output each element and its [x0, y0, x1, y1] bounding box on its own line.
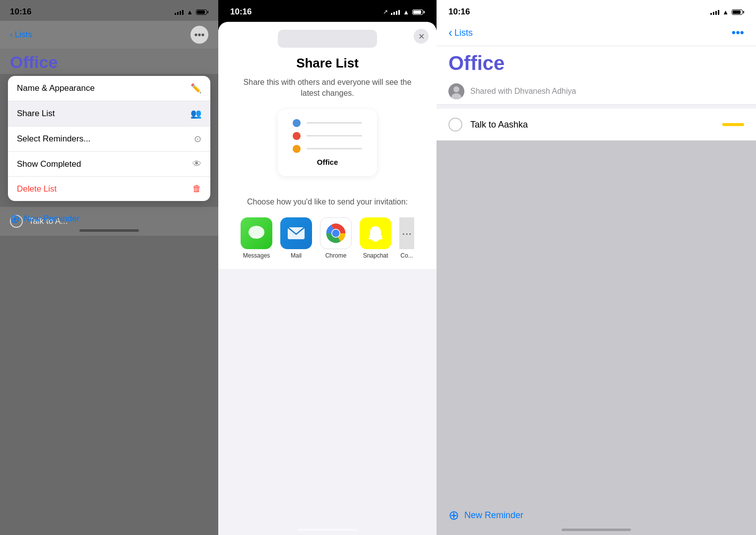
more-label: Co... — [400, 252, 413, 259]
right-new-reminder-button[interactable]: ⊕ New Reminder — [448, 508, 523, 523]
messages-icon — [241, 217, 272, 249]
left-more-button[interactable]: ••• — [190, 26, 208, 44]
left-home-indicator — [79, 229, 139, 232]
invitation-section: Choose how you'd like to send your invit… — [218, 187, 437, 269]
share-persons-icon: 👥 — [190, 108, 201, 119]
right-battery-icon — [732, 9, 744, 15]
right-signal-icon — [710, 9, 719, 15]
trash-icon: 🗑 — [192, 184, 201, 194]
right-more-button[interactable]: ••• — [732, 26, 744, 40]
list-dot-orange — [293, 145, 301, 153]
right-nav-header: ‹ Lists ••• — [437, 22, 756, 46]
left-chevron-icon: ‹ — [10, 30, 13, 40]
list-preview-name: Office — [293, 158, 362, 166]
left-back-button[interactable]: ‹ Lists — [10, 30, 32, 40]
menu-item-label: Select Reminders... — [17, 134, 90, 144]
list-line-3 — [307, 148, 362, 149]
dropdown-menu: Name & Appearance ✏️ Share List 👥 Select… — [8, 76, 210, 201]
right-status-time: 10:16 — [448, 7, 470, 17]
mail-icon — [280, 217, 312, 249]
right-status-bar: 10:16 ▲ — [437, 0, 756, 22]
menu-item-label: Name & Appearance — [17, 83, 95, 93]
middle-battery-icon — [412, 9, 425, 15]
left-status-time: 10:16 — [10, 7, 31, 17]
list-preview-row-1 — [293, 119, 362, 127]
chrome-label: Chrome — [325, 252, 347, 259]
left-new-reminder-button[interactable]: ⊕ New Reminder — [10, 212, 79, 226]
app-messages[interactable]: Messages — [241, 217, 272, 259]
snapchat-label: Snapchat — [363, 252, 388, 259]
list-preview-card: Office — [278, 109, 377, 176]
left-status-bar: 10:16 ▲ — [0, 0, 218, 21]
share-search-bar[interactable] — [278, 30, 377, 48]
list-line-1 — [307, 122, 362, 124]
app-mail[interactable]: Mail — [280, 217, 312, 259]
avatar — [448, 83, 464, 99]
left-status-icons: ▲ — [175, 8, 208, 16]
share-modal: ✕ Share List Share this with others and … — [218, 22, 437, 535]
chrome-app-icon — [320, 217, 352, 249]
new-reminder-label: New Reminder — [24, 214, 79, 224]
list-preview-row-3 — [293, 145, 362, 153]
close-modal-button[interactable]: ✕ — [414, 29, 429, 44]
right-reminder-circle — [448, 118, 462, 132]
right-list-title: Office — [437, 46, 756, 78]
svg-point-5 — [332, 230, 339, 237]
menu-item-label: Delete List — [17, 184, 57, 194]
invitation-text: Choose how you'd like to send your invit… — [247, 197, 408, 207]
menu-item-name-appearance[interactable]: Name & Appearance ✏️ — [8, 76, 210, 101]
right-wifi-icon: ▲ — [722, 8, 729, 16]
right-plus-icon: ⊕ — [448, 508, 459, 523]
wifi-icon: ▲ — [187, 8, 193, 16]
shared-with-text: Shared with Dhvanesh Adhiya — [470, 87, 576, 96]
location-icon: ↗ — [383, 8, 388, 15]
plus-icon: ⊕ — [10, 212, 20, 226]
right-back-button[interactable]: ‹ Lists — [448, 26, 473, 40]
app-icons-row: Messages Mail — [241, 217, 414, 259]
messages-label: Messages — [243, 252, 270, 259]
right-back-label: Lists — [454, 28, 473, 38]
app-more[interactable]: ··· Co... — [399, 217, 414, 259]
right-status-icons: ▲ — [710, 8, 744, 16]
menu-item-show-completed[interactable]: Show Completed 👁 — [8, 152, 210, 177]
share-modal-top: Share List Share this with others and ev… — [218, 22, 437, 187]
pencil-icon: ✏️ — [190, 83, 201, 94]
right-new-reminder-label: New Reminder — [464, 510, 523, 521]
app-snapchat[interactable]: Snapchat — [360, 217, 391, 259]
left-back-label: Lists — [15, 30, 32, 40]
list-dot-blue — [293, 119, 301, 127]
share-modal-title: Share List — [296, 56, 359, 71]
signal-icon — [175, 9, 184, 15]
right-reminder-text: Talk to Aashka — [470, 120, 714, 130]
app-chrome[interactable]: Chrome — [320, 217, 352, 259]
middle-status-time: 10:16 — [230, 7, 252, 17]
battery-icon — [196, 9, 208, 15]
middle-panel: 10:16 ↗ ▲ ✕ Share List Share this with o… — [218, 0, 437, 535]
checkmark-circle-icon: ⊙ — [194, 134, 201, 144]
svg-point-0 — [249, 226, 264, 239]
menu-item-delete-list[interactable]: Delete List 🗑 — [8, 177, 210, 201]
left-panel: 10:16 ▲ ‹ Lists ••• — [0, 0, 218, 535]
svg-point-7 — [453, 86, 459, 92]
mail-label: Mail — [291, 252, 302, 259]
list-dot-red — [293, 132, 301, 140]
right-home-indicator — [562, 529, 631, 531]
list-line-2 — [307, 135, 362, 136]
left-header: ‹ Lists ••• — [0, 21, 218, 49]
menu-item-share-list[interactable]: Share List 👥 — [8, 101, 210, 127]
eye-icon: 👁 — [192, 159, 201, 169]
share-modal-subtitle: Share this with others and everyone will… — [228, 77, 427, 99]
middle-status-bar: 10:16 ↗ ▲ — [218, 0, 437, 22]
menu-item-select-reminders[interactable]: Select Reminders... ⊙ — [8, 127, 210, 152]
more-app-icon: ··· — [399, 217, 414, 249]
right-panel: 10:16 ▲ ‹ Lists ••• Office — [437, 0, 756, 535]
snapchat-icon — [360, 217, 391, 249]
middle-status-icons: ↗ ▲ — [383, 8, 425, 16]
middle-wifi-icon: ▲ — [403, 8, 409, 16]
middle-home-indicator — [298, 529, 357, 531]
menu-item-label: Share List — [17, 109, 55, 119]
right-chevron-icon: ‹ — [448, 26, 452, 40]
shared-with-row: Shared with Dhvanesh Adhiya — [437, 78, 756, 105]
middle-signal-icon — [391, 9, 400, 15]
left-list-title: Office — [0, 49, 218, 74]
